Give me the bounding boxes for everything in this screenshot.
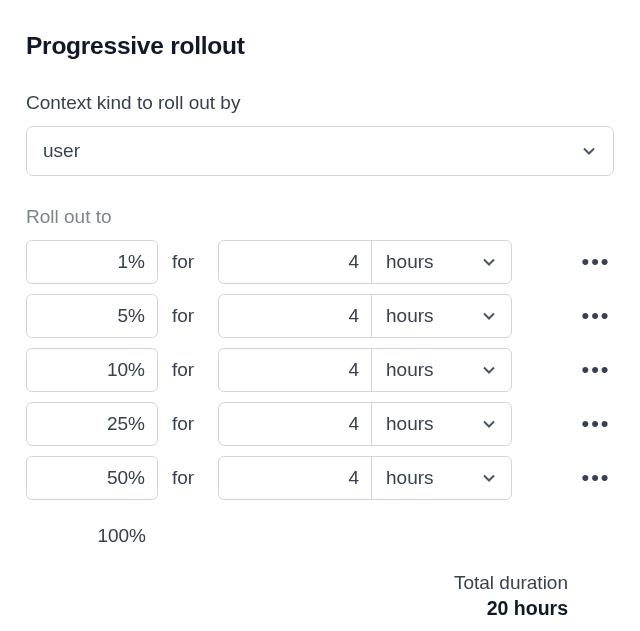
more-actions-button[interactable]: ••• <box>578 244 614 280</box>
duration-unit-select[interactable]: hours <box>371 403 511 445</box>
duration-unit-label: hours <box>386 251 434 273</box>
duration-group: hours <box>218 294 512 338</box>
duration-unit-label: hours <box>386 305 434 327</box>
rollout-stage-row: for hours ••• <box>26 456 614 500</box>
rollout-final-row: 100% <box>26 514 614 558</box>
chevron-down-icon <box>481 470 497 486</box>
percent-input[interactable] <box>26 294 158 338</box>
total-duration-section: Total duration 20 hours <box>26 572 614 620</box>
ellipsis-icon: ••• <box>581 357 610 383</box>
percent-input[interactable] <box>26 240 158 284</box>
for-label: for <box>172 305 204 327</box>
ellipsis-icon: ••• <box>581 411 610 437</box>
chevron-down-icon <box>481 254 497 270</box>
for-label: for <box>172 413 204 435</box>
duration-unit-select[interactable]: hours <box>371 457 511 499</box>
duration-unit-select[interactable]: hours <box>371 349 511 391</box>
rollout-stages: for hours ••• for hours ••• for <box>26 240 614 558</box>
percent-input[interactable] <box>26 348 158 392</box>
roll-out-to-label: Roll out to <box>26 206 614 228</box>
duration-unit-select[interactable]: hours <box>371 241 511 283</box>
chevron-down-icon <box>481 362 497 378</box>
more-actions-button[interactable]: ••• <box>578 460 614 496</box>
duration-group: hours <box>218 402 512 446</box>
duration-unit-select[interactable]: hours <box>371 295 511 337</box>
duration-unit-label: hours <box>386 359 434 381</box>
ellipsis-icon: ••• <box>581 249 610 275</box>
total-duration-value: 20 hours <box>26 597 568 620</box>
rollout-stage-row: for hours ••• <box>26 348 614 392</box>
ellipsis-icon: ••• <box>581 465 610 491</box>
more-actions-button[interactable]: ••• <box>578 406 614 442</box>
chevron-down-icon <box>581 143 597 159</box>
ellipsis-icon: ••• <box>581 303 610 329</box>
duration-unit-label: hours <box>386 413 434 435</box>
chevron-down-icon <box>481 308 497 324</box>
for-label: for <box>172 251 204 273</box>
chevron-down-icon <box>481 416 497 432</box>
for-label: for <box>172 467 204 489</box>
duration-group: hours <box>218 348 512 392</box>
rollout-stage-row: for hours ••• <box>26 402 614 446</box>
duration-group: hours <box>218 456 512 500</box>
more-actions-button[interactable]: ••• <box>578 352 614 388</box>
duration-input[interactable] <box>219 241 371 283</box>
duration-input[interactable] <box>219 403 371 445</box>
duration-group: hours <box>218 240 512 284</box>
page-title: Progressive rollout <box>26 32 614 60</box>
total-duration-label: Total duration <box>26 572 568 594</box>
for-label: for <box>172 359 204 381</box>
context-kind-select[interactable]: user <box>26 126 614 176</box>
percent-input[interactable] <box>26 402 158 446</box>
duration-input[interactable] <box>219 457 371 499</box>
percent-input[interactable] <box>26 456 158 500</box>
final-percent-label: 100% <box>26 514 158 558</box>
more-actions-button[interactable]: ••• <box>578 298 614 334</box>
context-kind-selected-value: user <box>43 140 80 162</box>
context-kind-label: Context kind to roll out by <box>26 92 614 114</box>
duration-input[interactable] <box>219 349 371 391</box>
duration-unit-label: hours <box>386 467 434 489</box>
rollout-stage-row: for hours ••• <box>26 240 614 284</box>
rollout-stage-row: for hours ••• <box>26 294 614 338</box>
duration-input[interactable] <box>219 295 371 337</box>
